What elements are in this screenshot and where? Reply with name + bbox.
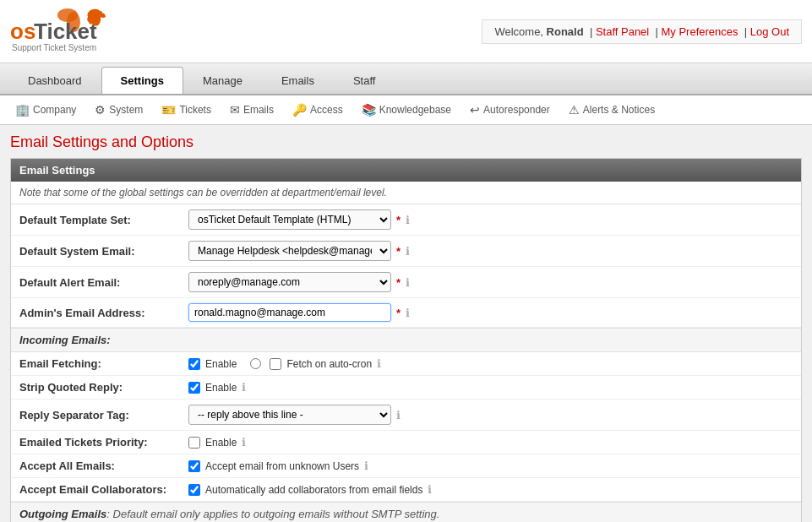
welcome-text: Welcome, (494, 25, 546, 38)
email-fetching-label: Email Fetching: (19, 357, 188, 370)
strip-quoted-controls: Enable ℹ (188, 381, 793, 394)
main-nav: Dashboard Settings Manage Emails Staff (0, 63, 812, 95)
emailed-priority-row: Emailed Tickets Priority: Enable ℹ (11, 431, 801, 454)
kb-icon: 📚 (362, 103, 376, 117)
admin-email-input[interactable] (188, 303, 391, 322)
accept-collaborators-row: Accept Email Collaborators: Automaticall… (11, 478, 801, 502)
default-template-label: Default Template Set: (19, 214, 188, 226)
content-area: Email Settings and Options Email Setting… (0, 125, 812, 522)
default-system-email-select[interactable]: Manage Helpdesk <helpdesk@manage.com> (188, 241, 391, 261)
default-alert-email-label: Default Alert Email: (19, 276, 188, 289)
admin-email-row: Admin's Email Address: * ℹ (11, 298, 801, 328)
default-alert-email-controls: noreply@manage.com * ℹ (188, 272, 793, 292)
subnav-system[interactable]: ⚙ System (86, 99, 151, 121)
strip-quoted-label: Strip Quoted Reply: (19, 381, 188, 394)
default-system-email-controls: Manage Helpdesk <helpdesk@manage.com> * … (188, 241, 793, 261)
sub-nav: 🏢 Company ⚙ System 🎫 Tickets ✉ Emails 🔑 … (0, 95, 812, 125)
strip-quoted-checkbox[interactable] (188, 382, 200, 394)
email-fetching-row: Email Fetching: Enable Fetch on auto-cro… (11, 352, 801, 376)
default-alert-email-select[interactable]: noreply@manage.com (188, 272, 391, 292)
autoresponder-icon: ↩ (470, 103, 480, 117)
help-icon-3[interactable]: ℹ (406, 276, 410, 289)
email-fetching-controls: Enable Fetch on auto-cron ℹ (188, 357, 793, 370)
log-out-link[interactable]: Log Out (750, 25, 789, 38)
company-icon: 🏢 (15, 103, 30, 117)
nav-dashboard[interactable]: Dashboard (8, 67, 101, 94)
required-star-1: * (396, 214, 401, 226)
help-icon-7[interactable]: ℹ (396, 409, 401, 421)
emails-icon: ✉ (230, 103, 240, 117)
subnav-access[interactable]: 🔑 Access (284, 99, 352, 121)
reply-separator-select[interactable]: -- reply above this line - (188, 405, 391, 425)
nav-staff[interactable]: Staff (334, 67, 395, 94)
outgoing-emails-header: Outgoing Emails: Default email only appl… (11, 502, 801, 522)
admin-email-label: Admin's Email Address: (19, 307, 188, 319)
help-icon-5[interactable]: ℹ (377, 357, 381, 370)
reply-separator-row: Reply Separator Tag: -- reply above this… (11, 400, 801, 431)
subnav-emails[interactable]: ✉ Emails (221, 99, 282, 121)
staff-panel-link[interactable]: Staff Panel (596, 25, 649, 38)
nav-settings[interactable]: Settings (101, 67, 183, 94)
accept-collaborators-label: Accept Email Collaborators: (19, 483, 188, 496)
help-icon-10[interactable]: ℹ (428, 483, 432, 496)
help-icon-9[interactable]: ℹ (364, 459, 368, 472)
incoming-section-label: Incoming Emails: (19, 334, 111, 346)
nav-emails[interactable]: Emails (262, 67, 334, 94)
email-fetching-radio[interactable] (250, 358, 261, 369)
svg-text:Ticket: Ticket (34, 19, 97, 44)
accept-all-text: Accept email from unknown Users (205, 460, 359, 472)
section-header: Email Settings (11, 159, 801, 182)
access-icon: 🔑 (292, 103, 307, 117)
default-template-select[interactable]: osTicket Default Template (HTML) (188, 209, 391, 230)
alerts-icon: ⚠ (569, 103, 580, 117)
email-fetching-enable-label: Enable (205, 358, 237, 370)
help-icon-6[interactable]: ℹ (242, 381, 246, 394)
help-icon-2[interactable]: ℹ (406, 245, 410, 258)
accept-collaborators-checkbox[interactable] (188, 484, 200, 496)
header: os Ticket Support Ticket System Welcome,… (0, 0, 812, 63)
required-star-2: * (396, 245, 401, 258)
page-title: Email Settings and Options (10, 133, 802, 151)
emailed-priority-checkbox[interactable] (188, 437, 200, 449)
accept-collaborators-text: Automatically add collaborators from ema… (205, 484, 422, 496)
strip-quoted-row: Strip Quoted Reply: Enable ℹ (11, 376, 801, 400)
logo-image: os Ticket Support Ticket System (10, 7, 154, 53)
email-autofetch-checkbox[interactable] (270, 358, 281, 370)
username: Ronald (547, 25, 584, 38)
emailed-priority-label: Emailed Tickets Priority: (19, 436, 188, 449)
accept-all-row: Accept All Emails: Accept email from unk… (11, 454, 801, 478)
required-star-4: * (396, 307, 401, 319)
subnav-knowledgebase[interactable]: 📚 Knowledgebase (353, 99, 460, 121)
help-icon-4[interactable]: ℹ (406, 307, 410, 319)
default-template-controls: osTicket Default Template (HTML) * ℹ (188, 209, 793, 230)
help-icon-1[interactable]: ℹ (406, 214, 410, 226)
svg-text:Support Ticket System: Support Ticket System (12, 43, 96, 52)
system-icon: ⚙ (95, 103, 106, 117)
emailed-priority-enable-label: Enable (205, 437, 237, 449)
section-note: Note that some of the global settings ca… (11, 182, 801, 204)
settings-container: Email Settings Note that some of the glo… (10, 158, 802, 522)
default-system-email-row: Default System Email: Manage Helpdesk <h… (11, 236, 801, 267)
subnav-alerts[interactable]: ⚠ Alerts & Notices (560, 99, 663, 121)
reply-separator-label: Reply Separator Tag: (19, 409, 188, 421)
accept-all-checkbox[interactable] (188, 460, 200, 472)
svg-text:os: os (10, 19, 35, 44)
email-fetching-checkbox[interactable] (188, 358, 200, 370)
incoming-emails-header: Incoming Emails: (11, 328, 801, 352)
accept-collaborators-controls: Automatically add collaborators from ema… (188, 483, 793, 496)
subnav-company[interactable]: 🏢 Company (7, 99, 84, 121)
tickets-icon: 🎫 (161, 103, 176, 117)
subnav-tickets[interactable]: 🎫 Tickets (153, 99, 220, 121)
required-star-3: * (396, 276, 401, 289)
outgoing-section-label: Outgoing Emails (19, 508, 106, 520)
default-alert-email-row: Default Alert Email: noreply@manage.com … (11, 267, 801, 298)
emailed-priority-controls: Enable ℹ (188, 436, 793, 449)
logo-area: os Ticket Support Ticket System (10, 7, 154, 56)
admin-email-controls: * ℹ (188, 303, 793, 322)
svg-point-5 (99, 11, 102, 14)
default-system-email-label: Default System Email: (19, 245, 188, 258)
subnav-autoresponder[interactable]: ↩ Autoresponder (461, 99, 559, 121)
my-preferences-link[interactable]: My Preferences (661, 25, 738, 38)
nav-manage[interactable]: Manage (183, 67, 262, 94)
help-icon-8[interactable]: ℹ (242, 436, 246, 449)
